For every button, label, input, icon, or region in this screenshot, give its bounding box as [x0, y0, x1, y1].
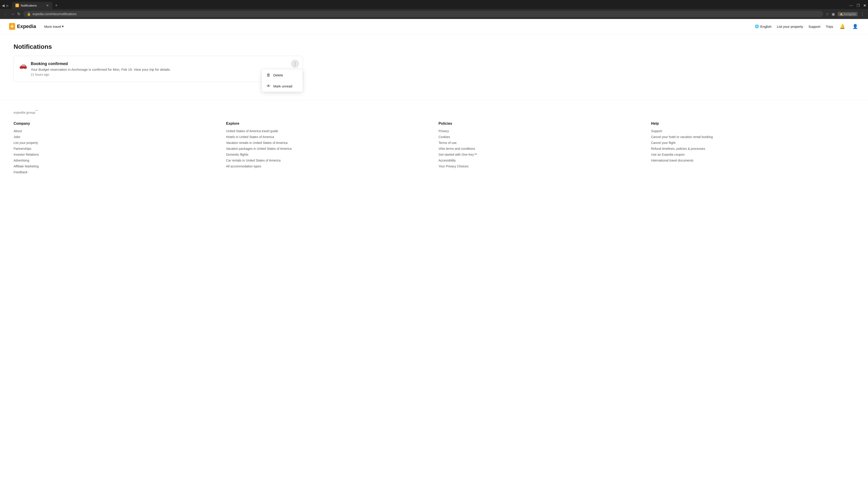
- footer-coupon-link[interactable]: Use an Expedia coupon: [651, 153, 855, 156]
- footer-about-link[interactable]: About: [13, 129, 217, 133]
- mark-unread-icon: 👁: [267, 84, 271, 89]
- logo-icon: ✈: [9, 23, 15, 30]
- footer-terms-link[interactable]: Terms of use: [438, 141, 642, 144]
- delete-menu-item[interactable]: 🗑 Delete: [262, 70, 303, 80]
- notification-options-button[interactable]: ⋮: [291, 60, 299, 68]
- support-link[interactable]: Support: [809, 25, 820, 29]
- back-button[interactable]: ←: [4, 12, 8, 17]
- footer-company-column: Company About Jobs List your property Pa…: [13, 122, 217, 176]
- mark-unread-label: Mark unread: [273, 84, 292, 88]
- footer-travel-docs-link[interactable]: International travel documents: [651, 159, 855, 162]
- page-title: Notifications: [13, 43, 303, 51]
- back-nav-icon[interactable]: ◀: [2, 3, 4, 8]
- list-property-link[interactable]: List your property: [777, 25, 803, 29]
- footer-accessibility-link[interactable]: Accessibility: [438, 159, 642, 162]
- footer-cancel-hotel-link[interactable]: Cancel your hotel or vacation rental boo…: [651, 135, 855, 139]
- footer-usa-car-rentals-link[interactable]: Car rentals in United States of America: [226, 159, 430, 162]
- user-account-button[interactable]: 👤: [851, 23, 859, 30]
- footer-explore-title: Explore: [226, 122, 430, 126]
- new-tab-button[interactable]: +: [53, 2, 59, 9]
- site-header: ✈ Expedia More travel ▾ 🌐 English List y…: [0, 19, 868, 34]
- footer-partnerships-link[interactable]: Partnerships: [13, 147, 217, 151]
- footer-jobs-link[interactable]: Jobs: [13, 135, 217, 139]
- notification-title: Booking confirmed: [31, 61, 297, 66]
- tab-close-button[interactable]: ✕: [46, 4, 49, 7]
- forward-button[interactable]: →: [10, 12, 14, 17]
- footer-usa-travel-guide-link[interactable]: United States of America travel guide: [226, 129, 430, 133]
- footer-explore-column: Explore United States of America travel …: [226, 122, 430, 176]
- footer-usa-vacation-rentals-link[interactable]: Vacation rentals in United States of Ame…: [226, 141, 430, 144]
- delete-label: Delete: [273, 73, 283, 77]
- lock-icon: 🔒: [27, 12, 31, 16]
- footer-help-column: Help Support Cancel your hotel or vacati…: [651, 122, 855, 176]
- globe-icon: 🌐: [755, 24, 759, 29]
- more-travel-label: More travel: [44, 25, 61, 29]
- footer-help-title: Help: [651, 122, 855, 126]
- window-maximize-button[interactable]: ❐: [857, 3, 860, 8]
- context-menu: 🗑 Delete 👁 Mark unread: [262, 70, 303, 92]
- ellipsis-icon: ⋮: [293, 61, 297, 66]
- footer-columns: Company About Jobs List your property Pa…: [13, 122, 855, 176]
- footer-cancel-flight-link[interactable]: Cancel your flight: [651, 141, 855, 144]
- footer-investor-relations-link[interactable]: Investor Relations: [13, 153, 217, 156]
- refresh-button[interactable]: ↻: [17, 11, 21, 17]
- more-travel-menu[interactable]: More travel ▾: [41, 23, 66, 30]
- browser-toolbar: ← → ↻ 🔒 expedia.com/inbox/notifications …: [0, 9, 868, 19]
- user-icon: 👤: [852, 24, 858, 29]
- notification-description: Your Budget reservation in Anchorage is …: [31, 68, 297, 71]
- footer-policies-title: Policies: [438, 122, 642, 126]
- incognito-label: 🕵️ Incognito: [838, 12, 858, 16]
- logo[interactable]: ✈ Expedia: [9, 23, 36, 30]
- footer-vrbo-terms-link[interactable]: Vrbo terms and conditions: [438, 147, 642, 151]
- bell-icon: 🔔: [839, 24, 845, 29]
- site-footer: expedia group™ Company About Jobs List y…: [0, 100, 868, 185]
- footer-advertising-link[interactable]: Advertising: [13, 159, 217, 162]
- footer-all-accommodation-link[interactable]: All accommodation types: [226, 164, 430, 168]
- footer-refund-timelines-link[interactable]: Refund timelines, policies & processes: [651, 147, 855, 151]
- notifications-bell-button[interactable]: 🔔: [839, 23, 846, 30]
- footer-privacy-link[interactable]: Privacy: [438, 129, 642, 133]
- footer-policies-column: Policies Privacy Cookies Terms of use Vr…: [438, 122, 642, 176]
- logo-text: Expedia: [17, 24, 36, 29]
- footer-cookies-link[interactable]: Cookies: [438, 135, 642, 139]
- language-selector[interactable]: 🌐 English: [755, 24, 772, 29]
- footer-logo-name: expedia group: [13, 111, 35, 114]
- footer-support-link[interactable]: Support: [651, 129, 855, 133]
- forward-nav-icon[interactable]: ▶: [6, 3, 9, 8]
- notification-body: Booking confirmed Your Budget reservatio…: [31, 61, 297, 76]
- footer-privacy-choices-link[interactable]: Your Privacy Choices: [438, 164, 642, 168]
- footer-logo-suffix: ™: [35, 109, 38, 112]
- car-icon: 🚗: [19, 62, 27, 69]
- window-minimize-button[interactable]: —: [849, 3, 853, 7]
- notification-wrapper: 🚗 Booking confirmed Your Budget reservat…: [13, 56, 303, 82]
- delete-icon: 🗑: [267, 73, 271, 77]
- browser-right-controls: ☆ ▣ 🕵️ Incognito ⋮: [826, 11, 864, 17]
- active-tab[interactable]: Z Notifications ✕: [12, 2, 53, 9]
- tab-favicon: Z: [16, 4, 19, 7]
- tab-overview-icon[interactable]: ▣: [832, 12, 835, 16]
- footer-one-key-link[interactable]: Get started with One Key™: [438, 153, 642, 156]
- url-text: expedia.com/inbox/notifications: [33, 12, 76, 16]
- footer-logo: expedia group™: [13, 109, 855, 115]
- browser-chrome: ◀ ▶ Z Notifications ✕ + — ❐ ✕ ← → ↻ 🔒 ex…: [0, 0, 868, 19]
- header-right: 🌐 English List your property Support Tri…: [755, 23, 859, 30]
- more-options-icon[interactable]: ⋮: [860, 11, 864, 17]
- tab-bar: ◀ ▶ Z Notifications ✕ + — ❐ ✕: [0, 0, 868, 9]
- footer-usa-vacation-packages-link[interactable]: Vacation packages in United States of Am…: [226, 147, 430, 151]
- chevron-down-icon: ▾: [62, 24, 64, 29]
- notification-time: 21 hours ago: [31, 73, 297, 76]
- trips-link[interactable]: Trips: [826, 25, 833, 29]
- footer-feedback-link[interactable]: Feedback: [13, 170, 217, 174]
- star-icon[interactable]: ☆: [826, 12, 829, 16]
- mark-unread-menu-item[interactable]: 👁 Mark unread: [262, 80, 303, 92]
- main-content: Notifications 🚗 Booking confirmed Your B…: [0, 34, 316, 91]
- footer-usa-hotels-link[interactable]: Hotels in United States of America: [226, 135, 430, 139]
- notification-card: 🚗 Booking confirmed Your Budget reservat…: [13, 56, 303, 82]
- window-close-button[interactable]: ✕: [863, 3, 866, 8]
- page: ✈ Expedia More travel ▾ 🌐 English List y…: [0, 19, 868, 488]
- footer-domestic-flights-link[interactable]: Domestic flights: [226, 153, 430, 156]
- footer-list-property-link[interactable]: List your property: [13, 141, 217, 144]
- language-label: English: [761, 25, 772, 29]
- footer-affiliate-marketing-link[interactable]: Affiliate Marketing: [13, 164, 217, 168]
- address-bar[interactable]: 🔒 expedia.com/inbox/notifications: [23, 11, 823, 17]
